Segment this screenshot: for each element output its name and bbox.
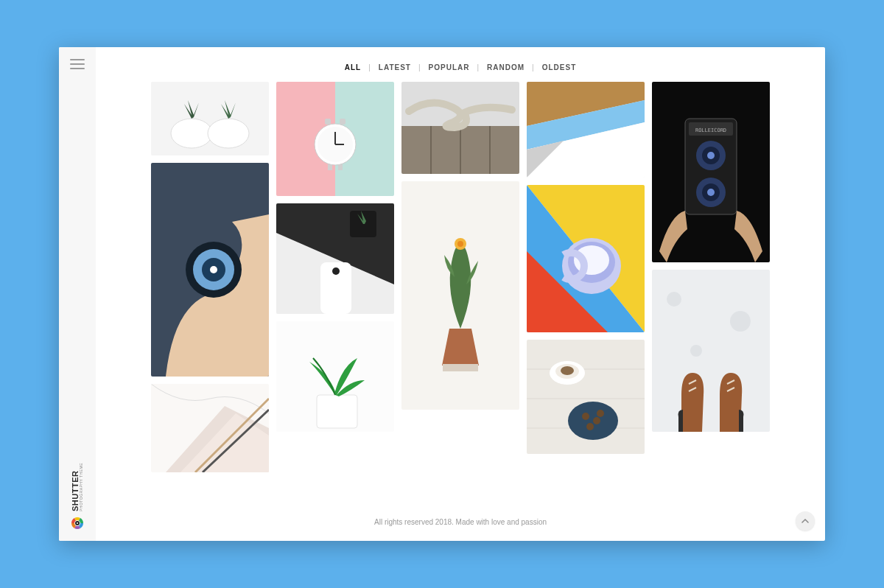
- footer: All rights reserved 2018. Made with love…: [96, 505, 825, 541]
- svg-point-9: [210, 266, 217, 273]
- gallery-col: [527, 82, 645, 497]
- app-window: SHUTTER PHOTOGRAPHY THEME ALL | LATEST |…: [59, 47, 825, 541]
- tile-watch-hand-navy[interactable]: [151, 163, 269, 377]
- tile-architecture-window[interactable]: [527, 82, 645, 178]
- tile-vintage-camera-hands[interactable]: ROLLEICORD: [652, 82, 770, 262]
- svg-rect-31: [317, 395, 357, 428]
- gallery: ROLLEICORD: [96, 82, 825, 505]
- gallery-col: ROLLEICORD: [652, 82, 770, 497]
- chevron-up-icon: [801, 517, 809, 525]
- svg-rect-2: [151, 82, 269, 155]
- shutter-logo-icon: [70, 516, 85, 531]
- svg-point-29: [332, 267, 340, 275]
- footer-text: All rights reserved 2018. Made with love…: [374, 518, 547, 526]
- svg-rect-22: [340, 119, 345, 125]
- tile-boots-snow-topdown[interactable]: [652, 270, 770, 432]
- svg-point-70: [707, 152, 715, 159]
- gallery-col: [276, 82, 394, 497]
- separator: |: [418, 63, 421, 71]
- filter-random[interactable]: RANDOM: [487, 63, 525, 71]
- svg-rect-21: [325, 119, 331, 125]
- svg-point-3: [171, 119, 212, 148]
- main: ALL | LATEST | POPULAR | RANDOM | OLDEST: [96, 47, 825, 541]
- filter-popular[interactable]: POPULAR: [429, 63, 470, 71]
- svg-point-1: [77, 522, 78, 524]
- svg-point-75: [667, 292, 681, 307]
- hamburger-icon[interactable]: [70, 59, 85, 69]
- svg-rect-23: [328, 164, 332, 170]
- tile-phone-plant-flatlay[interactable]: [276, 203, 394, 314]
- sidebar: SHUTTER PHOTOGRAPHY THEME: [59, 47, 96, 541]
- svg-point-58: [561, 366, 574, 375]
- svg-point-62: [586, 423, 594, 430]
- svg-point-61: [593, 417, 600, 424]
- tile-plant-white-pot[interactable]: [276, 321, 394, 432]
- svg-point-77: [690, 345, 702, 357]
- scroll-to-top-button[interactable]: [796, 511, 815, 531]
- svg-point-60: [582, 413, 589, 420]
- gallery-col: [151, 82, 269, 497]
- filter-oldest[interactable]: OLDEST: [542, 63, 577, 71]
- tile-coffee-nuts-plate[interactable]: [527, 340, 645, 454]
- svg-point-4: [208, 119, 249, 148]
- tile-journals-marble[interactable]: [151, 384, 269, 472]
- filter-all[interactable]: ALL: [345, 63, 361, 71]
- svg-point-76: [730, 311, 751, 332]
- tile-cactus-terracotta[interactable]: [401, 181, 519, 410]
- tile-succulents-pots[interactable]: [151, 82, 269, 155]
- tile-rope-knot-deck[interactable]: [401, 82, 519, 174]
- separator: |: [532, 63, 535, 71]
- svg-rect-24: [338, 164, 343, 170]
- tile-alarm-clock-pastel[interactable]: [276, 82, 394, 196]
- filter-latest[interactable]: LATEST: [379, 63, 411, 71]
- separator: |: [368, 63, 371, 71]
- gallery-col: [401, 82, 519, 497]
- svg-rect-38: [443, 364, 478, 371]
- brand-tagline: PHOTOGRAPHY THEME: [80, 463, 83, 511]
- brand[interactable]: SHUTTER PHOTOGRAPHY THEME: [70, 463, 85, 531]
- svg-point-63: [597, 410, 604, 417]
- filter-nav: ALL | LATEST | POPULAR | RANDOM | OLDEST: [96, 47, 825, 82]
- svg-point-40: [457, 241, 463, 247]
- separator: |: [477, 63, 480, 71]
- svg-text:ROLLEICORD: ROLLEICORD: [695, 127, 726, 133]
- tile-cup-geometric[interactable]: [527, 185, 645, 332]
- svg-point-73: [707, 189, 715, 196]
